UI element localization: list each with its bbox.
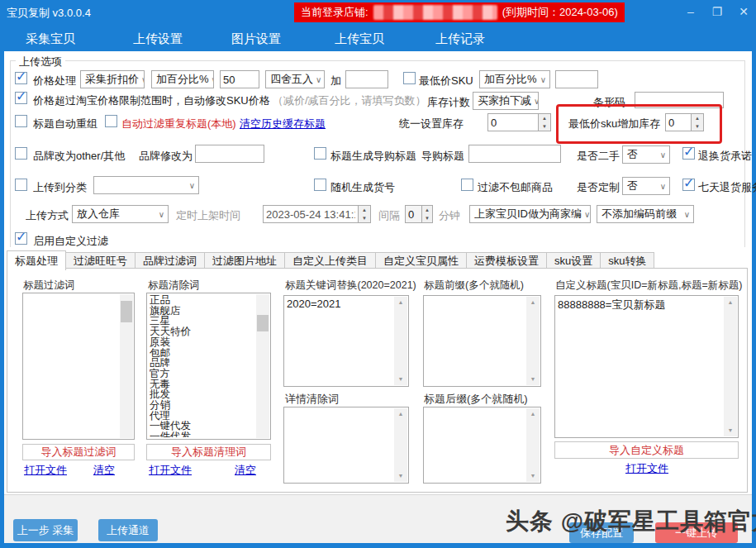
check-icon: ✓ [683,175,694,191]
keyword-replace-scrollbar[interactable]: ▲▼ [394,297,407,385]
title-reorg-checkbox[interactable] [15,115,27,127]
spin-down-icon: ▼ [692,122,703,131]
app-window: 宝贝复制 v3.0.0.4 当前登录店铺: (到期时间：2024-03-06) … [0,0,756,548]
tab-image-settings[interactable]: 图片设置 [231,31,281,47]
lowest-sku-stock-stepper[interactable]: ▲▼ [692,113,704,131]
tab-collect-items[interactable]: 采集宝贝 [26,31,75,47]
maximize-icon[interactable]: ❐ [710,5,725,18]
custom-made-select[interactable]: 否∨ [622,177,670,195]
upload-mode-select[interactable]: 放入仓库∨ [72,205,169,223]
minimize-icon[interactable]: – [683,5,698,18]
clear-history-link[interactable]: 清空历史缓存标题 [240,117,326,131]
lowest-sku-stock-label: 最低价sku增加库存 [568,117,660,131]
unified-stock-stepper[interactable]: ▲▼ [539,113,551,131]
filter-dup-title-checkbox[interactable] [105,115,117,127]
custom-title-textarea[interactable]: 88888888=宝贝新标题 ▲▼ [554,295,739,438]
stock-count-label: 库存计数 [427,95,470,110]
detail-clean-scrollbar[interactable]: ▲▼ [394,408,407,482]
price-handle-checkbox[interactable]: ✓ [15,72,27,84]
prev-step-collect-button[interactable]: 上一步 采集 [13,519,78,541]
schedule-time-input[interactable] [263,205,359,223]
brand-other-checkbox[interactable] [15,147,27,160]
upload-channel-button[interactable]: 上传通道 [98,519,158,541]
title-suffix-textarea[interactable]: ▲▼ [423,407,541,484]
list-item[interactable]: 分销 [150,400,254,411]
close-icon[interactable]: ✕ [736,5,751,18]
list-item[interactable]: 天天特价 [150,326,254,337]
rounding-select[interactable]: 四舍五入∨ [265,70,325,88]
filter-words-listbox[interactable] [22,293,135,440]
schedule-time-stepper[interactable]: ▲▼ [359,205,371,223]
clean-words-listbox[interactable]: 正品旗舰店三星天天特价原装包邮品牌官方无毒批发分销代理一键代发一件代发 [146,293,271,440]
import-custom-titles-button[interactable]: 导入自定义标题 [554,441,739,459]
window-controls: – ❐ ✕ [683,5,751,18]
list-item[interactable]: 一件代发 [150,431,254,437]
check-icon: ✓ [16,229,26,245]
import-clean-words-button[interactable]: 导入标题清理词 [146,444,271,460]
upload-mode-label: 上传方式 [26,208,69,223]
filter-words-header: 标题过滤词 [23,279,75,293]
brand-modify-input[interactable] [195,145,264,163]
list-item[interactable]: 正品 [150,295,254,306]
guide-title-input[interactable] [468,145,561,163]
price-source-select[interactable]: 采集折扣价∨ [80,70,145,88]
titlebar: 宝贝复制 v3.0.0.4 当前登录店铺: (到期时间：2024-03-06) … [0,0,756,25]
gen-guide-title-checkbox[interactable] [314,147,326,160]
import-filter-words-button[interactable]: 导入标题过滤词 [22,444,135,460]
tab-upload-settings[interactable]: 上传设置 [133,31,183,47]
title-suffix-scrollbar[interactable]: ▲▼ [526,408,540,482]
custom-title-header: 自定义标题(宝贝ID=新标题,标题=新标题) [555,279,742,293]
clean-words-scrollbar[interactable] [256,294,269,438]
enable-custom-filter-checkbox[interactable]: ✓ [15,232,27,245]
title-prefix-content [426,298,525,384]
code-prefix-select[interactable]: 不添加编码前缀∨ [597,205,694,223]
open-file-link[interactable]: 打开文件 [625,461,668,476]
tab-upload-records[interactable]: 上传记录 [435,31,485,47]
scroll-up-icon: ▲ [724,297,737,308]
open-file-link[interactable]: 打开文件 [149,463,192,478]
keyword-replace-content: 2020=2021 [287,298,392,384]
chevron-down-icon: ∨ [316,75,321,84]
lowest-sku-mode-select[interactable]: 加百分比%∨ [479,70,550,88]
source-id-as-code-select[interactable]: 上家宝贝ID做为商家编∨ [469,205,591,223]
custom-title-scrollbar[interactable]: ▲▼ [724,297,737,436]
title-prefix-textarea[interactable]: ▲▼ [423,295,541,387]
detail-clean-textarea[interactable]: ▲▼ [283,407,409,484]
clean-words-content: 正品旗舰店三星天天特价原装包邮品牌官方无毒批发分销代理一键代发一件代发 [150,295,254,437]
return-promise-checkbox[interactable]: ✓ [682,147,695,160]
lowest-sku-value-input[interactable] [555,70,598,88]
interval-input[interactable] [405,205,422,223]
subtab-title-processing[interactable]: 标题处理 [7,250,66,270]
price-value-input[interactable] [220,70,259,88]
filter-no-free-shipping-checkbox[interactable] [461,179,473,191]
lowest-sku-stock-input[interactable] [665,113,692,131]
seven-day-return-checkbox[interactable]: ✓ [682,179,695,191]
stock-count-select[interactable]: 买家拍下减∨ [473,92,539,110]
upload-category-select[interactable]: ∨ [93,176,199,194]
custom-made-label: 是否定制 [577,180,620,195]
scroll-up-icon: ▲ [394,408,407,420]
unified-stock-input[interactable] [487,113,539,131]
seven-day-return-label: 七天退货服务 [698,180,756,195]
clear-link[interactable]: 清空 [93,463,115,478]
list-item[interactable]: 原装 [150,337,254,348]
list-item[interactable]: 官方 [150,369,254,379]
price-limit-checkbox[interactable]: ✓ [15,92,27,104]
chevron-down-icon: ∨ [212,75,214,84]
open-file-link[interactable]: 打开文件 [24,463,67,478]
tab-upload-items[interactable]: 上传宝贝 [335,31,384,47]
random-sn-checkbox[interactable] [314,179,326,191]
app-title: 宝贝复制 v3.0.0.4 [7,6,91,21]
price-limit-hint: （减价/减百分比，请填写负数） [273,93,426,108]
price-mode-select[interactable]: 加百分比%∨ [151,70,214,88]
secondhand-select[interactable]: 否∨ [622,145,670,164]
chevron-down-icon: ∨ [540,75,546,84]
keyword-replace-textarea[interactable]: 2020=2021 ▲▼ [283,295,409,387]
clear-link[interactable]: 清空 [235,463,256,478]
upload-category-checkbox[interactable] [15,179,27,191]
add-value-input[interactable] [345,70,388,88]
lowest-sku-checkbox[interactable] [403,72,416,84]
title-prefix-scrollbar[interactable]: ▲▼ [526,297,540,385]
interval-stepper[interactable]: ▲▼ [422,205,433,223]
filter-words-scrollbar[interactable] [120,294,133,438]
